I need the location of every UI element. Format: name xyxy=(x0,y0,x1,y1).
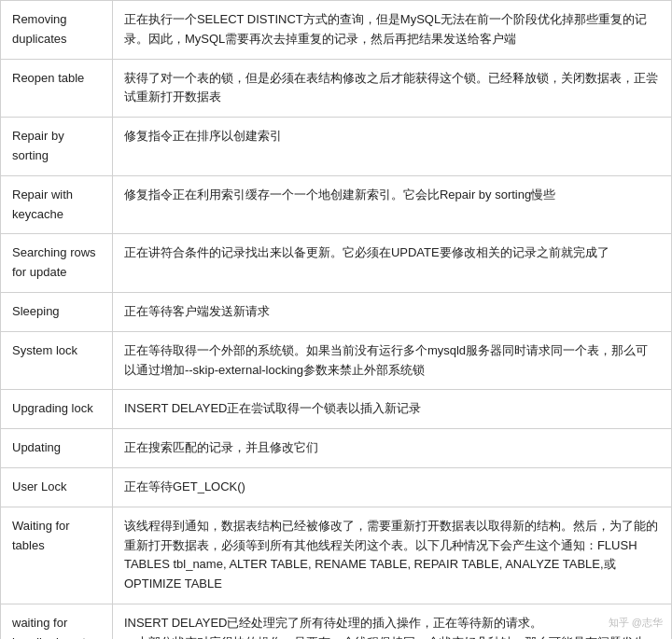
desc-cell: INSERT DELAYED正在尝试取得一个锁表以插入新记录 xyxy=(112,390,671,429)
desc-cell: 正在搜索匹配的记录，并且修改它们 xyxy=(112,429,671,468)
term-cell: Repair with keycache xyxy=(1,175,113,234)
desc-cell: 修复指令正在利用索引缓存一个一个地创建新索引。它会比Repair by sort… xyxy=(112,175,671,234)
desc-cell: 该线程得到通知，数据表结构已经被修改了，需要重新打开数据表以取得新的结构。然后，… xyxy=(112,507,671,604)
table-row: Sleeping正在等待客户端发送新请求 xyxy=(1,292,672,331)
table-row: Repair by sorting修复指令正在排序以创建索引 xyxy=(1,118,672,176)
term-cell: Repair by sorting xyxy=(1,118,113,176)
table-row: waiting for handler insertINSERT DELAYED… xyxy=(1,604,672,639)
term-cell: Searching rows for update xyxy=(1,234,113,293)
table-row: Searching rows for update正在讲符合条件的记录找出来以备… xyxy=(1,234,672,293)
table-row: System lock正在等待取得一个外部的系统锁。如果当前没有运行多个mysq… xyxy=(1,331,672,390)
desc-cell: 正在等待GET_LOCK() xyxy=(112,467,671,507)
table-row: Removing duplicates正在执行一个SELECT DISTINCT… xyxy=(1,1,672,60)
main-table: Removing duplicates正在执行一个SELECT DISTINCT… xyxy=(0,0,672,639)
term-cell: Upgrading lock xyxy=(1,390,113,429)
desc-cell: 获得了对一个表的锁，但是必须在表结构修改之后才能获得这个锁。已经释放锁，关闭数据… xyxy=(112,59,671,118)
term-cell: User Lock xyxy=(1,467,113,507)
term-cell: Removing duplicates xyxy=(1,1,113,60)
term-cell: Waiting for tables xyxy=(1,507,113,604)
table-row: Upgrading lockINSERT DELAYED正在尝试取得一个锁表以插… xyxy=(1,390,672,429)
table-row: Repair with keycache修复指令正在利用索引缓存一个一个地创建新… xyxy=(1,175,672,234)
term-cell: Reopen table xyxy=(1,59,113,118)
table-row: Updating正在搜索匹配的记录，并且修改它们 xyxy=(1,429,672,468)
desc-cell: 正在讲符合条件的记录找出来以备更新。它必须在UPDATE要修改相关的记录之前就完… xyxy=(112,234,671,293)
desc-cell: 正在等待取得一个外部的系统锁。如果当前没有运行多个mysqld服务器同时请求同一… xyxy=(112,331,671,390)
term-cell: System lock xyxy=(1,331,113,390)
watermark: 知乎 @志华 xyxy=(609,616,663,630)
term-cell: Updating xyxy=(1,429,113,468)
desc-cell: 正在等待客户端发送新请求 xyxy=(112,292,671,331)
term-cell: Sleeping xyxy=(1,292,113,331)
table-row: Waiting for tables该线程得到通知，数据表结构已经被修改了，需要… xyxy=(1,507,672,604)
desc-cell: 正在执行一个SELECT DISTINCT方式的查询，但是MySQL无法在前一个… xyxy=(112,1,671,60)
table-row: Reopen table获得了对一个表的锁，但是必须在表结构修改之后才能获得这个… xyxy=(1,59,672,118)
table-row: User Lock正在等待GET_LOCK() xyxy=(1,467,672,507)
desc-cell: INSERT DELAYED已经处理完了所有待处理的插入操作，正在等待新的请求。… xyxy=(112,604,671,639)
term-cell: waiting for handler insert xyxy=(1,604,113,639)
desc-cell: 修复指令正在排序以创建索引 xyxy=(112,118,671,176)
